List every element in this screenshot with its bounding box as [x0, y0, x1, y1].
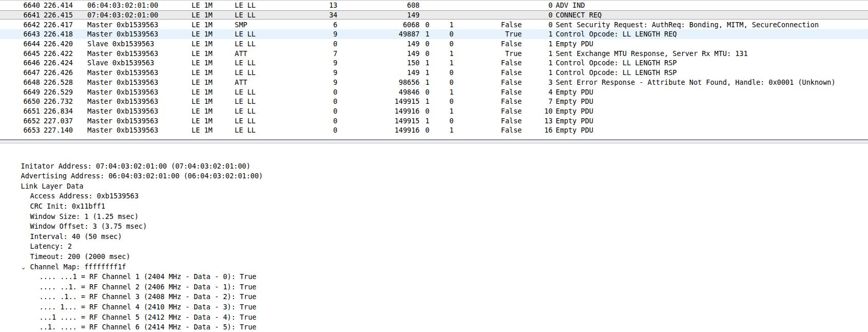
detail-line[interactable]: Window Size: 1 (1.25 msec): [4, 201, 868, 212]
cell-length: 9: [284, 78, 337, 86]
packet-row[interactable]: 6640 226.414 06:04:03:02:01:00 LE 1M LE …: [0, 1, 868, 10]
cell-info: Empty PDU: [553, 40, 868, 48]
packet-row[interactable]: 6647 226.426 Master_0xb1539563 LE 1M LE …: [0, 68, 868, 78]
cell-time: 226.422: [40, 49, 84, 58]
packet-row[interactable]: 6644 226.420 Slave_0xb1539563 LE 1M LE L…: [0, 39, 868, 49]
detail-line-text: Interval: 40 (50 msec): [30, 232, 122, 241]
cell-event-counter: 13: [522, 117, 553, 125]
detail-line-text: .... ...1 = RF Channel 1 (2404 MHz - Dat…: [40, 272, 257, 281]
detail-line-text: Window Size: 1 (1.25 msec): [30, 212, 139, 220]
detail-line-text: ...1 .... = RF Channel 5 (2412 MHz - Dat…: [40, 313, 257, 321]
packet-row[interactable]: 6646 226.424 Slave_0xb1539563 LE 1M LE L…: [0, 58, 868, 68]
cell-nesn: 1: [435, 21, 468, 29]
packet-row[interactable]: 6652 227.037 Master_0xb1539563 LE 1M LE …: [0, 116, 868, 125]
cell-flag: False: [468, 107, 522, 115]
cell-event-counter: 1: [522, 49, 553, 58]
packet-row[interactable]: 6651 226.834 Master_0xb1539563 LE 1M LE …: [0, 106, 868, 116]
packet-row[interactable]: 6643 226.418 Master_0xb1539563 LE 1M LE …: [0, 29, 868, 39]
cell-protocol: LE LL: [231, 126, 284, 134]
cell-number: 6642: [0, 21, 40, 29]
cell-source: Master_0xb1539563: [84, 97, 187, 105]
cell-phy: LE 1M: [187, 59, 231, 67]
cell-event-counter: 0: [522, 11, 553, 19]
detail-line[interactable]: Access Address: 0xb1539563: [4, 181, 868, 192]
detail-line-text: Timeout: 200 (2000 msec): [30, 252, 130, 261]
cell-source: Master_0xb1539563: [84, 78, 187, 86]
cell-length: 0: [284, 117, 337, 125]
cell-flag: False: [468, 117, 522, 125]
cell-time: 227.037: [40, 117, 84, 125]
cell-time: 227.140: [40, 126, 84, 134]
cell-flag: False: [468, 68, 522, 77]
cell-delta-time: 149: [337, 11, 420, 19]
packet-detail-pane[interactable]: Initator Address: 07:04:03:02:01:00 (07:…: [0, 149, 868, 332]
cell-source: Master_0xb1539563: [84, 21, 187, 29]
cell-source: Master_0xb1539563: [84, 107, 187, 115]
cell-protocol: ATT: [231, 78, 284, 86]
packet-row[interactable]: 6650 226.732 Master_0xb1539563 LE 1M LE …: [0, 97, 868, 106]
cell-nesn: 0: [435, 78, 468, 86]
cell-sn: 0: [420, 49, 435, 58]
cell-source: Master_0xb1539563: [84, 30, 187, 38]
cell-sn: 1: [420, 59, 435, 67]
cell-info: Empty PDU: [553, 97, 868, 105]
detail-line[interactable]: ⌄Channel Map: ffffffff1f: [4, 252, 868, 262]
packet-row[interactable]: 6642 226.417 Master_0xb1539563 LE 1M SMP…: [0, 20, 868, 29]
cell-event-counter: 3: [522, 78, 553, 86]
detail-line[interactable]: Initator Address: 07:04:03:02:01:00 (07:…: [4, 151, 868, 161]
cell-nesn: 1: [435, 107, 468, 115]
cell-length: 7: [284, 49, 337, 58]
cell-time: 226.834: [40, 107, 84, 115]
cell-info: Sent Exchange MTU Response, Server Rx MT…: [553, 49, 868, 58]
cell-event-counter: 16: [522, 126, 553, 134]
detail-line-text: CRC Init: 0x11bff1: [30, 202, 105, 210]
packet-row[interactable]: 6653 227.140 Master_0xb1539563 LE 1M LE …: [0, 125, 868, 135]
cell-delta-time: 149916: [337, 107, 420, 115]
cell-phy: LE 1M: [187, 30, 231, 38]
cell-nesn: 1: [435, 49, 468, 58]
pane-splitter-bar[interactable]: [0, 139, 868, 143]
cell-number: 6653: [0, 126, 40, 134]
pane-splitter[interactable]: [0, 139, 868, 149]
cell-info: Empty PDU: [553, 88, 868, 96]
cell-length: 0: [284, 97, 337, 105]
cell-time: 226.418: [40, 30, 84, 38]
cell-sn: 1: [420, 117, 435, 125]
cell-source: Slave_0xb1539563: [84, 59, 187, 67]
cell-sn: 0: [420, 21, 435, 29]
cell-phy: LE 1M: [187, 78, 231, 86]
cell-delta-time: 149: [337, 40, 420, 48]
cell-source: 07:04:03:02:01:00: [84, 11, 187, 19]
cell-flag: False: [468, 88, 522, 96]
cell-sn: 0: [420, 126, 435, 134]
cell-event-counter: 1: [522, 40, 553, 48]
cell-sn: 0: [420, 88, 435, 96]
cell-phy: LE 1M: [187, 88, 231, 96]
detail-line[interactable]: .... ...1 = RF Channel 1 (2404 MHz - Dat…: [4, 262, 868, 272]
packet-row[interactable]: 6649 226.529 Master_0xb1539563 LE 1M LE …: [0, 87, 868, 97]
cell-time: 226.417: [40, 21, 84, 29]
cell-length: 9: [284, 59, 337, 67]
detail-line-text: .... ..1. = RF Channel 2 (2406 MHz - Dat…: [40, 283, 257, 291]
cell-nesn: 1: [435, 126, 468, 134]
cell-event-counter: 0: [522, 1, 553, 9]
cell-length: 9: [284, 68, 337, 77]
packet-row[interactable]: 6641 226.415 07:04:03:02:01:00 LE 1M LE …: [0, 10, 868, 20]
detail-line[interactable]: Latency: 2: [4, 232, 868, 242]
cell-event-counter: 4: [522, 88, 553, 96]
expander-caret-icon[interactable]: ⌄: [21, 263, 30, 273]
cell-phy: LE 1M: [187, 107, 231, 115]
cell-protocol: LE LL: [231, 97, 284, 105]
cell-info: Empty PDU: [553, 126, 868, 134]
detail-line-text: Latency: 2: [30, 242, 72, 250]
packet-row[interactable]: 6645 226.422 Master_0xb1539563 LE 1M ATT…: [0, 48, 868, 58]
cell-nesn: 0: [435, 97, 468, 105]
packet-list-pane[interactable]: 6640 226.414 06:04:03:02:01:00 LE 1M LE …: [0, 0, 868, 135]
cell-sn: 0: [420, 40, 435, 48]
packet-row[interactable]: 6648 226.528 Master_0xb1539563 LE 1M ATT…: [0, 78, 868, 87]
detail-line[interactable]: Timeout: 200 (2000 msec): [4, 242, 868, 252]
cell-source: Slave_0xb1539563: [84, 40, 187, 48]
cell-number: 6650: [0, 97, 40, 105]
cell-number: 6651: [0, 107, 40, 115]
cell-number: 6647: [0, 68, 40, 77]
